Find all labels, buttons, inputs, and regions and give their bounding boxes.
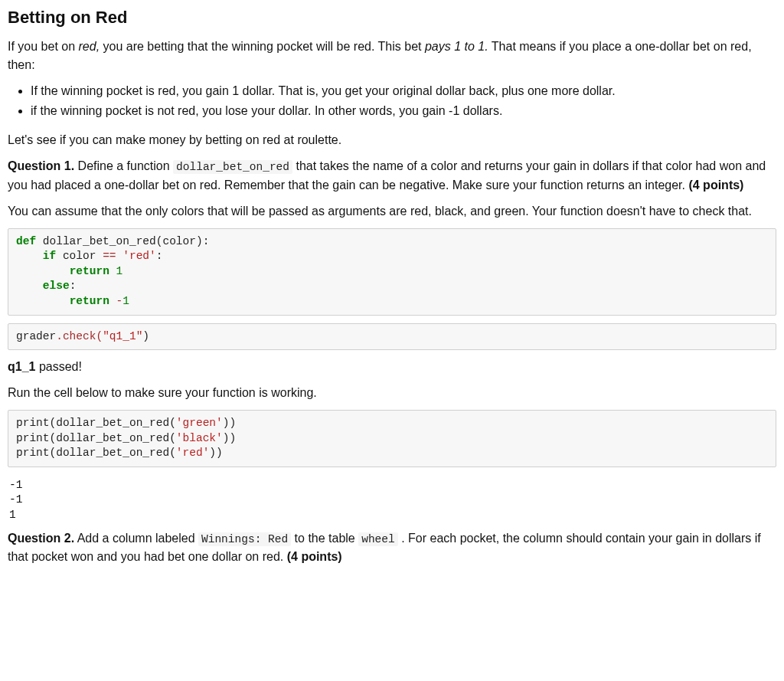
question-text: Define a function (74, 159, 173, 172)
points-label: (4 points) (688, 178, 743, 192)
intro-list: If the winning pocket is red, you gain 1… (8, 82, 776, 120)
question-1-note: You can assume that the only colors that… (8, 202, 776, 221)
intro-red-em: red, (79, 40, 100, 53)
question-1-prompt: Question 1. Define a function dollar_bet… (8, 157, 776, 195)
code-text (116, 250, 123, 262)
operator: .check( (56, 330, 103, 342)
code-text: print(dollar_bet_on_red( (16, 432, 176, 444)
lets-see-text: Let's see if you can make money by betti… (8, 131, 776, 149)
keyword-return: return (70, 265, 109, 277)
points-label: (4 points) (287, 550, 342, 563)
code-text: )) (223, 432, 236, 444)
code-text: grader (16, 330, 56, 342)
code-text: )) (209, 447, 222, 459)
code-cell-print-tests[interactable]: print(dollar_bet_on_red('green')) print(… (8, 410, 776, 467)
question-text: to the table (291, 532, 358, 545)
intro-text: you are betting that the winning pocket … (100, 40, 425, 53)
list-item: If the winning pocket is red, you gain 1… (31, 82, 776, 100)
question-label: Question 2. (8, 532, 74, 545)
string-literal: 'black' (176, 432, 223, 444)
inline-code: wheel (358, 532, 398, 546)
question-label: Question 1. (8, 159, 74, 172)
string-literal: 'red' (176, 447, 210, 459)
number-literal: 1 (109, 265, 122, 277)
keyword-if: if (43, 250, 56, 262)
code-text: print(dollar_bet_on_red( (16, 447, 176, 459)
code-text: )) (223, 417, 236, 429)
code-text: dollar_bet_on_red(color): (36, 235, 209, 247)
keyword-def: def (16, 235, 36, 247)
intro-pays-em: pays 1 to 1. (425, 40, 488, 53)
list-item: if the winning pocket is not red, you lo… (31, 102, 776, 120)
question-2-prompt: Question 2. Add a column labeled Winning… (8, 529, 776, 567)
inline-code: Winnings: Red (198, 532, 291, 546)
operator: - (109, 295, 122, 307)
passed-text: passed! (35, 360, 81, 373)
code-text: : (70, 280, 77, 292)
inline-code: dollar_bet_on_red (173, 160, 292, 174)
intro-text: If you bet on (8, 40, 79, 53)
code-text: color (56, 250, 103, 262)
run-below-text: Run the cell below to make sure your fun… (8, 384, 776, 402)
keyword-return: return (70, 295, 109, 307)
test-name: q1_1 (8, 360, 35, 373)
number-literal: 1 (122, 295, 129, 307)
cell-output: -1 -1 1 (8, 475, 776, 529)
grader-output: q1_1 passed! (8, 358, 776, 376)
string-literal: 'red' (122, 250, 156, 262)
code-text: print(dollar_bet_on_red( (16, 417, 176, 429)
code-cell-function-def[interactable]: def dollar_bet_on_red(color): if color =… (8, 228, 776, 316)
question-text: Add a column labeled (74, 532, 198, 545)
code-text: : (156, 250, 163, 262)
string-literal: 'green' (176, 417, 223, 429)
section-title: Betting on Red (8, 5, 776, 30)
operator: == (103, 250, 116, 262)
code-text: ) (142, 330, 149, 342)
intro-paragraph: If you bet on red, you are betting that … (8, 38, 776, 74)
string-literal: "q1_1" (103, 330, 142, 342)
code-cell-grader-check[interactable]: grader.check("q1_1") (8, 323, 776, 351)
keyword-else: else (43, 280, 70, 292)
